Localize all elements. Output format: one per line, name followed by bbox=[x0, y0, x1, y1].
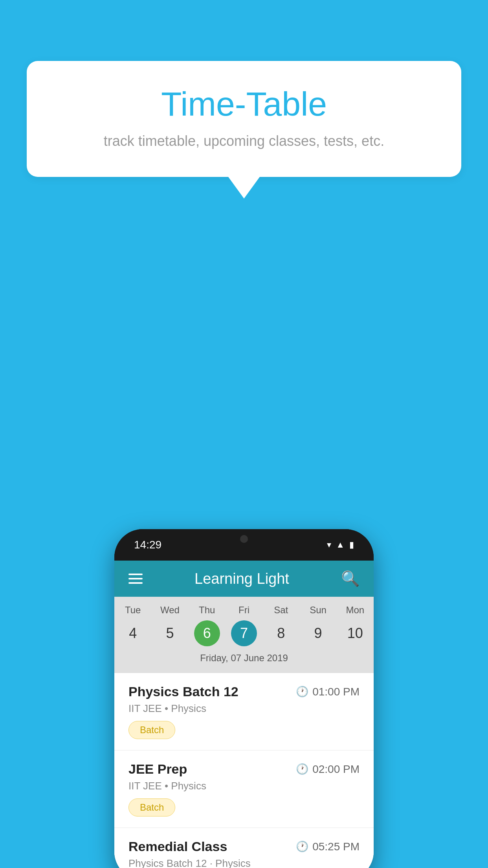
schedule-item-0-time: 🕐 01:00 PM bbox=[296, 686, 360, 698]
date-4[interactable]: 4 bbox=[120, 620, 146, 646]
camera-dot bbox=[240, 535, 248, 543]
date-9[interactable]: 9 bbox=[305, 620, 331, 646]
batch-badge-0: Batch bbox=[128, 721, 175, 739]
hamburger-line-1 bbox=[128, 574, 143, 575]
clock-icon-1: 🕐 bbox=[296, 763, 308, 775]
date-5[interactable]: 5 bbox=[157, 620, 183, 646]
date-6-today[interactable]: 6 bbox=[194, 620, 220, 646]
hamburger-line-3 bbox=[128, 582, 143, 584]
day-label-3: Fri bbox=[226, 605, 262, 616]
hamburger-line-2 bbox=[128, 578, 143, 579]
bubble-arrow bbox=[228, 177, 260, 199]
selected-date-label: Friday, 07 June 2019 bbox=[114, 653, 374, 669]
schedule-item-2-title: Remedial Class bbox=[128, 839, 227, 854]
status-icons: ▾ ▲ ▮ bbox=[327, 540, 354, 550]
day-label-6: Mon bbox=[337, 605, 374, 616]
dates-row: 4 5 6 7 8 9 10 bbox=[114, 620, 374, 646]
date-10[interactable]: 10 bbox=[342, 620, 368, 646]
date-7-selected[interactable]: 7 bbox=[231, 620, 257, 646]
schedule-item-1[interactable]: JEE Prep 🕐 02:00 PM IIT JEE • Physics Ba… bbox=[114, 750, 374, 828]
hamburger-button[interactable] bbox=[128, 574, 143, 584]
clock-icon-0: 🕐 bbox=[296, 686, 308, 698]
date-8[interactable]: 8 bbox=[268, 620, 294, 646]
bubble-title: Time-Table bbox=[58, 85, 430, 123]
wifi-icon: ▾ bbox=[327, 540, 331, 550]
schedule-item-0-sub: IIT JEE • Physics bbox=[128, 702, 360, 715]
phone-notch bbox=[216, 529, 272, 549]
schedule-item-0[interactable]: Physics Batch 12 🕐 01:00 PM IIT JEE • Ph… bbox=[114, 673, 374, 750]
phone-screen: Learning Light 🔍 Tue Wed Thu Fri Sat Sun… bbox=[114, 561, 374, 868]
schedule-list: Physics Batch 12 🕐 01:00 PM IIT JEE • Ph… bbox=[114, 673, 374, 868]
clock-icon-2: 🕐 bbox=[296, 840, 308, 853]
battery-icon: ▮ bbox=[349, 540, 354, 550]
days-header: Tue Wed Thu Fri Sat Sun Mon bbox=[114, 605, 374, 616]
day-label-2: Thu bbox=[189, 605, 226, 616]
schedule-item-0-title: Physics Batch 12 bbox=[128, 684, 238, 699]
schedule-item-1-sub: IIT JEE • Physics bbox=[128, 780, 360, 792]
schedule-item-2[interactable]: Remedial Class 🕐 05:25 PM Physics Batch … bbox=[114, 828, 374, 868]
app-title: Learning Light bbox=[194, 570, 289, 587]
schedule-item-1-time: 🕐 02:00 PM bbox=[296, 763, 360, 776]
batch-badge-1: Batch bbox=[128, 798, 175, 817]
status-time: 14:29 bbox=[134, 539, 161, 551]
signal-icon: ▲ bbox=[336, 540, 345, 550]
bubble-subtitle: track timetable, upcoming classes, tests… bbox=[58, 133, 430, 149]
schedule-item-1-title: JEE Prep bbox=[128, 761, 187, 777]
schedule-item-2-sub: Physics Batch 12 · Physics bbox=[128, 857, 360, 868]
day-label-0: Tue bbox=[114, 605, 151, 616]
schedule-item-0-header: Physics Batch 12 🕐 01:00 PM bbox=[128, 684, 360, 699]
speech-bubble-section: Time-Table track timetable, upcoming cla… bbox=[27, 61, 461, 199]
schedule-item-2-time: 🕐 05:25 PM bbox=[296, 840, 360, 853]
speech-bubble: Time-Table track timetable, upcoming cla… bbox=[27, 61, 461, 177]
phone-frame: 14:29 ▾ ▲ ▮ Learning Light 🔍 Tue Wed bbox=[114, 529, 374, 868]
search-button[interactable]: 🔍 bbox=[341, 570, 360, 587]
schedule-item-2-header: Remedial Class 🕐 05:25 PM bbox=[128, 839, 360, 854]
day-label-4: Sat bbox=[262, 605, 299, 616]
calendar-strip: Tue Wed Thu Fri Sat Sun Mon 4 5 6 7 8 9 … bbox=[114, 597, 374, 673]
day-label-5: Sun bbox=[299, 605, 336, 616]
schedule-item-1-header: JEE Prep 🕐 02:00 PM bbox=[128, 761, 360, 777]
day-label-1: Wed bbox=[151, 605, 188, 616]
status-bar: 14:29 ▾ ▲ ▮ bbox=[114, 529, 374, 561]
app-header: Learning Light 🔍 bbox=[114, 561, 374, 597]
